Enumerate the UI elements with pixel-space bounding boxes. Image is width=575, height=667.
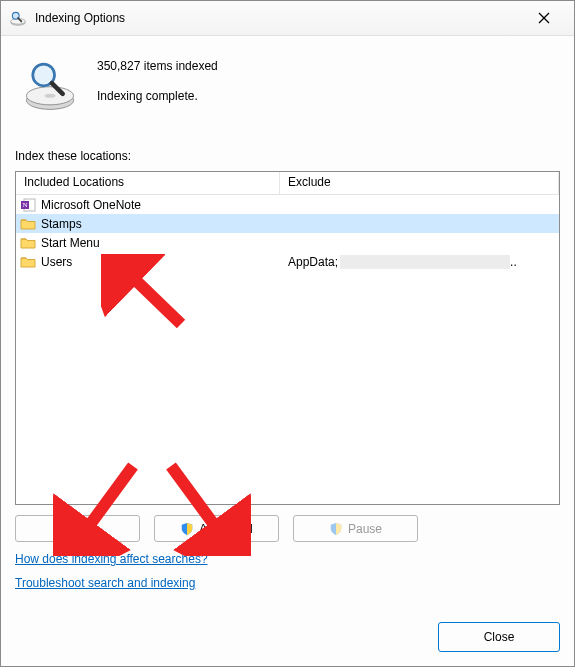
drive-search-large-icon xyxy=(21,55,79,113)
onenote-icon: N xyxy=(20,197,36,213)
titlebar: Indexing Options xyxy=(1,1,574,36)
table-row[interactable]: Stamps xyxy=(16,214,559,233)
column-exclude[interactable]: Exclude xyxy=(280,172,559,194)
how-indexing-link[interactable]: How does indexing affect searches? xyxy=(15,552,208,566)
pause-button: Pause xyxy=(293,515,418,542)
svg-point-1 xyxy=(11,19,26,25)
advanced-button[interactable]: Advanced xyxy=(154,515,279,542)
modify-button-label: Modify xyxy=(60,522,95,536)
locations-listbox[interactable]: Included Locations Exclude NMicrosoft On… xyxy=(15,171,560,505)
close-row: Close xyxy=(438,622,560,652)
indexing-summary: 350,827 items indexed Indexing complete. xyxy=(15,49,560,119)
row-label: Start Menu xyxy=(41,236,100,250)
troubleshoot-link[interactable]: Troubleshoot search and indexing xyxy=(15,576,195,590)
items-indexed-count: 350,827 items indexed xyxy=(97,59,218,73)
table-row[interactable]: NMicrosoft OneNote xyxy=(16,195,559,214)
window-body: 350,827 items indexed Indexing complete.… xyxy=(1,35,574,666)
modify-button[interactable]: Modify xyxy=(15,515,140,542)
row-exclude: AppData; .. xyxy=(280,255,559,269)
close-button-label: Close xyxy=(484,630,515,644)
table-row[interactable]: Start Menu xyxy=(16,233,559,252)
listbox-header: Included Locations Exclude xyxy=(16,172,559,195)
redacted-block xyxy=(340,255,510,269)
folder-icon xyxy=(20,216,36,232)
listbox-rows: NMicrosoft OneNoteStampsStart MenuUsersA… xyxy=(16,195,559,504)
pause-button-label: Pause xyxy=(348,522,382,536)
drive-search-icon xyxy=(9,9,27,27)
shield-icon xyxy=(180,522,194,536)
folder-icon xyxy=(20,235,36,251)
column-included-locations[interactable]: Included Locations xyxy=(16,172,280,194)
indexing-status: Indexing complete. xyxy=(97,89,218,103)
close-icon xyxy=(538,12,550,24)
folder-icon xyxy=(20,254,36,270)
window-title: Indexing Options xyxy=(35,11,125,25)
row-label: Stamps xyxy=(41,217,82,231)
window-close-button[interactable] xyxy=(522,4,566,32)
indexing-options-window: Indexing Options 350,827 items indexed xyxy=(0,0,575,667)
close-button[interactable]: Close xyxy=(438,622,560,652)
svg-point-8 xyxy=(45,94,56,98)
row-label: Users xyxy=(41,255,72,269)
summary-text: 350,827 items indexed Indexing complete. xyxy=(97,49,218,119)
button-row: Modify Advanced Pause xyxy=(15,515,560,542)
locations-section-label: Index these locations: xyxy=(15,149,560,163)
row-label: Microsoft OneNote xyxy=(41,198,141,212)
table-row[interactable]: UsersAppData; .. xyxy=(16,252,559,271)
shield-icon xyxy=(329,522,343,536)
svg-text:N: N xyxy=(22,201,27,209)
advanced-button-label: Advanced xyxy=(199,522,252,536)
